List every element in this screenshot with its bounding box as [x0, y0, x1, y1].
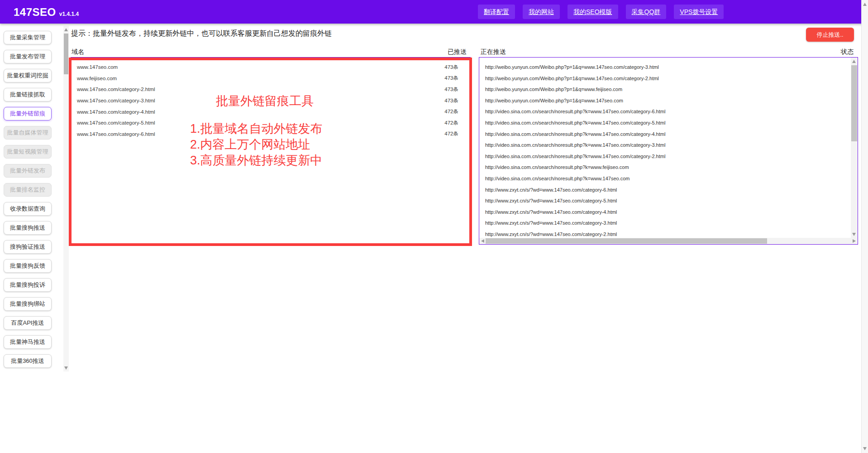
pushing-list-panel: http://weibo.yunyun.com/Weibo.php?p=1&q=… — [479, 57, 858, 245]
scroll-down-icon[interactable] — [863, 447, 867, 450]
sidebar-item[interactable]: 批量搜狗绑站 — [4, 297, 52, 311]
sidebar-item[interactable]: 批量权重词挖掘 — [4, 69, 52, 82]
pushing-horizontal-scrollbar[interactable] — [479, 238, 858, 244]
pushing-url-row[interactable]: http://weibo.yunyun.com/Weibo.php?p=1&q=… — [479, 95, 858, 106]
sidebar-scrollbar[interactable] — [63, 26, 69, 371]
sidebar-item[interactable]: 批量链接抓取 — [4, 88, 52, 101]
scroll-up-icon[interactable] — [852, 60, 856, 63]
sidebar-item[interactable]: 批量发布管理 — [4, 50, 52, 63]
pushing-url-row[interactable]: http://weibo.yunyun.com/Weibo.php?p=1&q=… — [479, 84, 858, 95]
domain-row[interactable]: www.147seo.com/category-2.html473条 — [71, 84, 470, 95]
pushing-url-row[interactable]: http://weibo.yunyun.com/Weibo.php?p=1&q=… — [479, 73, 858, 84]
app-logo: 147SEO v1.4.1.4 — [14, 6, 79, 19]
pushing-url-row[interactable]: http://video.sina.com.cn/search/noresult… — [479, 106, 858, 117]
sidebar-item[interactable]: 批量360推送 — [4, 354, 52, 368]
domain-name: www.147seo.com/category-4.html — [77, 109, 155, 115]
pushed-count: 473条 — [444, 75, 458, 82]
sidebar-item[interactable]: 批量外链留痕 — [4, 107, 52, 120]
scroll-left-icon[interactable] — [481, 239, 484, 243]
scrollbar-thumb[interactable] — [486, 238, 767, 244]
sidebar-item[interactable]: 批量搜狗反馈 — [4, 259, 52, 273]
sidebar: 批量采集管理批量发布管理批量权重词挖掘批量链接抓取批量外链留痕批量自媒体管理批量… — [4, 31, 52, 368]
pushed-count: 472条 — [444, 130, 458, 137]
domain-row[interactable]: www.147seo.com/category-5.html472条 — [71, 117, 470, 129]
sidebar-item[interactable]: 收录数据查询 — [4, 202, 52, 216]
scrollbar-thumb[interactable] — [64, 34, 68, 74]
pushing-url-row[interactable]: http://www.zxyt.cn/s/?wd=www.147seo.com/… — [479, 217, 858, 229]
domain-row[interactable]: www.147seo.com/category-4.html472条 — [71, 106, 470, 117]
app-version: v1.4.1.4 — [59, 11, 79, 17]
sidebar-item: 批量外链发布 — [4, 164, 52, 178]
pushed-count: 473条 — [444, 64, 458, 71]
pushing-url-list: http://weibo.yunyun.com/Weibo.php?p=1&q=… — [479, 62, 858, 240]
nav-item[interactable]: 我的SEO模版 — [568, 5, 618, 19]
pushed-count: 473条 — [444, 86, 458, 93]
stop-push-button[interactable]: 停止推送.. — [806, 28, 854, 42]
scroll-up-icon[interactable] — [863, 3, 867, 6]
app-header: 147SEO v1.4.1.4 翻译配置我的网站我的SEO模版采集QQ群VPS拨… — [0, 0, 868, 24]
domain-row[interactable]: www.147seo.com/category-6.html472条 — [71, 129, 470, 140]
scroll-right-icon[interactable] — [853, 239, 856, 243]
sidebar-item[interactable]: 批量搜狗推送 — [4, 221, 52, 235]
column-header-pushed: 已推送 — [407, 48, 467, 56]
pushing-url-row[interactable]: http://video.sina.com.cn/search/noresult… — [479, 129, 858, 140]
pushing-url-row[interactable]: http://video.sina.com.cn/search/noresult… — [479, 162, 858, 173]
pushing-url-row[interactable]: http://www.zxyt.cn/s/?wd=www.147seo.com/… — [479, 195, 858, 207]
sidebar-item: 批量自媒体管理 — [4, 126, 52, 140]
domain-row[interactable]: www.147seo.com473条 — [71, 62, 470, 73]
pushing-url-row[interactable]: http://video.sina.com.cn/search/noresult… — [479, 151, 858, 162]
scroll-up-icon[interactable] — [64, 28, 68, 31]
nav-item[interactable]: 翻译配置 — [478, 5, 515, 19]
domain-row[interactable]: www.147seo.com/category-3.html473条 — [71, 95, 470, 106]
pushing-url-row[interactable]: http://www.zxyt.cn/s/?wd=www.147seo.com/… — [479, 184, 858, 196]
pushed-count: 472条 — [444, 108, 458, 115]
column-header-status: 状态 — [795, 48, 854, 56]
domain-name: www.147seo.com — [77, 64, 118, 70]
sidebar-item[interactable]: 百度API推送 — [4, 316, 52, 330]
app-title: 147SEO — [14, 6, 56, 19]
pushed-count: 473条 — [444, 97, 458, 104]
nav-item[interactable]: 我的网站 — [523, 5, 560, 19]
pushed-count: 472条 — [444, 120, 458, 126]
pushing-url-row[interactable]: http://www.zxyt.cn/s/?wd=www.147seo.com/… — [479, 207, 858, 218]
scroll-down-icon[interactable] — [64, 366, 68, 370]
pushing-url-row[interactable]: http://video.sina.com.cn/search/noresult… — [479, 140, 858, 151]
domain-name: www.feijiseo.com — [77, 76, 117, 81]
scrollbar-thumb[interactable] — [851, 65, 857, 141]
sidebar-item[interactable]: 批量采集管理 — [4, 31, 52, 44]
page-scrollbar[interactable] — [861, 0, 868, 453]
column-header-pushing: 正在推送 — [481, 48, 506, 56]
tip-text: 提示：批量外链发布，持续更新外链中，也可以联系客服更新自己想发的留痕外链 — [71, 29, 332, 39]
scroll-down-icon[interactable] — [852, 233, 856, 236]
domain-row[interactable]: www.feijiseo.com473条 — [71, 73, 470, 84]
column-header-domain: 域名 — [72, 48, 84, 56]
pushing-url-row[interactable]: http://video.sina.com.cn/search/noresult… — [479, 173, 858, 184]
domain-name: www.147seo.com/category-2.html — [77, 87, 155, 92]
pushing-url-row[interactable]: http://video.sina.com.cn/search/noresult… — [479, 117, 858, 129]
sidebar-item[interactable]: 搜狗验证推送 — [4, 240, 52, 254]
pushing-url-row[interactable]: http://weibo.yunyun.com/Weibo.php?p=1&q=… — [479, 62, 858, 73]
sidebar-item[interactable]: 批量神马推送 — [4, 335, 52, 349]
nav-item[interactable]: 采集QQ群 — [626, 5, 667, 19]
domains-list-panel: www.147seo.com473条www.feijiseo.com473条ww… — [71, 57, 471, 245]
domain-name: www.147seo.com/category-3.html — [77, 98, 155, 103]
domain-name: www.147seo.com/category-5.html — [77, 120, 155, 125]
nav-item[interactable]: VPS拨号设置 — [674, 5, 724, 19]
pushing-vertical-scrollbar[interactable] — [851, 58, 858, 238]
sidebar-item[interactable]: 批量搜狗投诉 — [4, 278, 52, 292]
top-nav: 翻译配置我的网站我的SEO模版采集QQ群VPS拨号设置 — [478, 5, 724, 19]
domain-name: www.147seo.com/category-6.html — [77, 131, 155, 137]
sidebar-item: 批量短视频管理 — [4, 145, 52, 159]
sidebar-item: 批量排名监控 — [4, 183, 52, 197]
